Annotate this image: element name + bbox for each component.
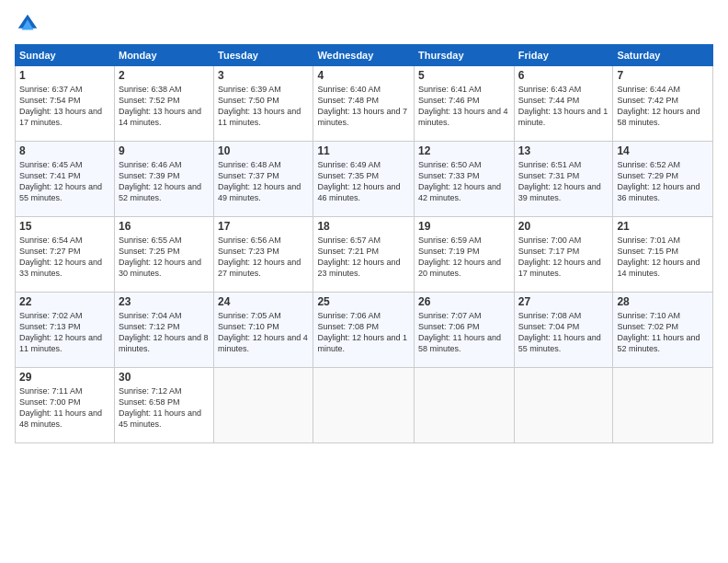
day-number: 4 <box>317 69 410 82</box>
calendar-cell: 5 Sunrise: 6:41 AMSunset: 7:46 PMDayligh… <box>415 66 515 142</box>
page: SundayMondayTuesdayWednesdayThursdayFrid… <box>0 0 728 563</box>
day-info: Sunrise: 6:45 AMSunset: 7:41 PMDaylight:… <box>19 159 110 204</box>
day-info: Sunrise: 7:07 AMSunset: 7:06 PMDaylight:… <box>418 310 510 355</box>
day-number: 16 <box>119 220 210 233</box>
day-info: Sunrise: 6:55 AMSunset: 7:25 PMDaylight:… <box>119 235 210 280</box>
calendar-cell: 12 Sunrise: 6:50 AMSunset: 7:33 PMDaylig… <box>415 142 515 217</box>
day-number: 2 <box>119 69 210 82</box>
day-number: 6 <box>518 69 609 82</box>
weekday-header-tuesday: Tuesday <box>214 45 313 66</box>
day-info: Sunrise: 6:43 AMSunset: 7:44 PMDaylight:… <box>518 84 609 129</box>
day-info: Sunrise: 6:39 AMSunset: 7:50 PMDaylight:… <box>218 84 309 129</box>
calendar-cell: 11 Sunrise: 6:49 AMSunset: 7:35 PMDaylig… <box>313 142 415 217</box>
day-number: 30 <box>119 371 210 384</box>
day-info: Sunrise: 6:56 AMSunset: 7:23 PMDaylight:… <box>218 235 309 280</box>
day-number: 3 <box>218 69 309 82</box>
day-number: 20 <box>518 220 609 233</box>
calendar-cell: 6 Sunrise: 6:43 AMSunset: 7:44 PMDayligh… <box>514 66 613 142</box>
weekday-header-wednesday: Wednesday <box>313 45 415 66</box>
calendar-cell <box>313 368 415 443</box>
calendar-cell: 16 Sunrise: 6:55 AMSunset: 7:25 PMDaylig… <box>114 217 213 293</box>
weekday-header-monday: Monday <box>114 45 213 66</box>
header <box>15 11 713 37</box>
day-info: Sunrise: 6:46 AMSunset: 7:39 PMDaylight:… <box>119 159 210 204</box>
calendar-cell: 21 Sunrise: 7:01 AMSunset: 7:15 PMDaylig… <box>613 217 713 293</box>
day-number: 7 <box>617 69 709 82</box>
day-info: Sunrise: 7:01 AMSunset: 7:15 PMDaylight:… <box>617 235 709 280</box>
calendar-cell: 22 Sunrise: 7:02 AMSunset: 7:13 PMDaylig… <box>16 293 115 368</box>
calendar-cell <box>613 368 713 443</box>
day-number: 1 <box>19 69 110 82</box>
day-number: 12 <box>418 144 510 157</box>
day-info: Sunrise: 6:37 AMSunset: 7:54 PMDaylight:… <box>19 84 110 129</box>
day-number: 17 <box>218 220 309 233</box>
calendar-cell: 24 Sunrise: 7:05 AMSunset: 7:10 PMDaylig… <box>214 293 313 368</box>
day-number: 28 <box>617 295 709 308</box>
calendar-cell: 10 Sunrise: 6:48 AMSunset: 7:37 PMDaylig… <box>214 142 313 217</box>
day-info: Sunrise: 7:05 AMSunset: 7:10 PMDaylight:… <box>218 310 309 355</box>
weekday-header-saturday: Saturday <box>613 45 713 66</box>
day-number: 24 <box>218 295 309 308</box>
calendar-cell: 7 Sunrise: 6:44 AMSunset: 7:42 PMDayligh… <box>613 66 713 142</box>
calendar-cell <box>214 368 313 443</box>
day-info: Sunrise: 6:48 AMSunset: 7:37 PMDaylight:… <box>218 159 309 204</box>
day-info: Sunrise: 7:00 AMSunset: 7:17 PMDaylight:… <box>518 235 609 280</box>
day-info: Sunrise: 6:41 AMSunset: 7:46 PMDaylight:… <box>418 84 510 129</box>
day-info: Sunrise: 7:08 AMSunset: 7:04 PMDaylight:… <box>518 310 609 355</box>
calendar-cell: 19 Sunrise: 6:59 AMSunset: 7:19 PMDaylig… <box>415 217 515 293</box>
calendar-cell: 30 Sunrise: 7:12 AMSunset: 6:58 PMDaylig… <box>114 368 213 443</box>
logo-icon <box>15 11 40 37</box>
calendar-cell: 26 Sunrise: 7:07 AMSunset: 7:06 PMDaylig… <box>415 293 515 368</box>
calendar-cell: 27 Sunrise: 7:08 AMSunset: 7:04 PMDaylig… <box>514 293 613 368</box>
day-info: Sunrise: 6:52 AMSunset: 7:29 PMDaylight:… <box>617 159 709 204</box>
day-number: 19 <box>418 220 510 233</box>
day-info: Sunrise: 6:38 AMSunset: 7:52 PMDaylight:… <box>119 84 210 129</box>
day-info: Sunrise: 7:11 AMSunset: 7:00 PMDaylight:… <box>19 385 110 431</box>
calendar-cell: 20 Sunrise: 7:00 AMSunset: 7:17 PMDaylig… <box>514 217 613 293</box>
day-info: Sunrise: 6:40 AMSunset: 7:48 PMDaylight:… <box>317 84 410 129</box>
day-info: Sunrise: 6:59 AMSunset: 7:19 PMDaylight:… <box>418 235 510 280</box>
day-number: 8 <box>19 144 110 157</box>
day-info: Sunrise: 6:50 AMSunset: 7:33 PMDaylight:… <box>418 159 510 204</box>
day-number: 21 <box>617 220 709 233</box>
day-info: Sunrise: 7:04 AMSunset: 7:12 PMDaylight:… <box>119 310 210 355</box>
day-number: 25 <box>317 295 410 308</box>
calendar-cell: 8 Sunrise: 6:45 AMSunset: 7:41 PMDayligh… <box>16 142 115 217</box>
calendar-cell: 9 Sunrise: 6:46 AMSunset: 7:39 PMDayligh… <box>114 142 213 217</box>
day-number: 13 <box>518 144 609 157</box>
calendar-cell: 29 Sunrise: 7:11 AMSunset: 7:00 PMDaylig… <box>16 368 115 443</box>
day-number: 22 <box>19 295 110 308</box>
day-info: Sunrise: 7:02 AMSunset: 7:13 PMDaylight:… <box>19 310 110 355</box>
calendar-cell: 4 Sunrise: 6:40 AMSunset: 7:48 PMDayligh… <box>313 66 415 142</box>
day-number: 9 <box>119 144 210 157</box>
day-number: 29 <box>19 371 110 384</box>
weekday-header-sunday: Sunday <box>16 45 115 66</box>
calendar-cell: 25 Sunrise: 7:06 AMSunset: 7:08 PMDaylig… <box>313 293 415 368</box>
calendar-cell: 14 Sunrise: 6:52 AMSunset: 7:29 PMDaylig… <box>613 142 713 217</box>
calendar-cell: 3 Sunrise: 6:39 AMSunset: 7:50 PMDayligh… <box>214 66 313 142</box>
calendar-cell <box>514 368 613 443</box>
day-number: 14 <box>617 144 709 157</box>
logo <box>15 11 44 37</box>
calendar-cell <box>415 368 515 443</box>
calendar-cell: 15 Sunrise: 6:54 AMSunset: 7:27 PMDaylig… <box>16 217 115 293</box>
calendar-cell: 28 Sunrise: 7:10 AMSunset: 7:02 PMDaylig… <box>613 293 713 368</box>
day-info: Sunrise: 6:51 AMSunset: 7:31 PMDaylight:… <box>518 159 609 204</box>
day-info: Sunrise: 6:54 AMSunset: 7:27 PMDaylight:… <box>19 235 110 280</box>
calendar-cell: 17 Sunrise: 6:56 AMSunset: 7:23 PMDaylig… <box>214 217 313 293</box>
day-number: 5 <box>418 69 510 82</box>
day-info: Sunrise: 6:57 AMSunset: 7:21 PMDaylight:… <box>317 235 410 280</box>
day-number: 15 <box>19 220 110 233</box>
day-info: Sunrise: 6:44 AMSunset: 7:42 PMDaylight:… <box>617 84 709 129</box>
calendar-cell: 23 Sunrise: 7:04 AMSunset: 7:12 PMDaylig… <box>114 293 213 368</box>
day-info: Sunrise: 7:12 AMSunset: 6:58 PMDaylight:… <box>119 385 210 431</box>
calendar-cell: 1 Sunrise: 6:37 AMSunset: 7:54 PMDayligh… <box>16 66 115 142</box>
day-number: 23 <box>119 295 210 308</box>
calendar: SundayMondayTuesdayWednesdayThursdayFrid… <box>15 44 713 443</box>
day-number: 10 <box>218 144 309 157</box>
calendar-cell: 13 Sunrise: 6:51 AMSunset: 7:31 PMDaylig… <box>514 142 613 217</box>
day-number: 11 <box>317 144 410 157</box>
day-number: 26 <box>418 295 510 308</box>
day-number: 18 <box>317 220 410 233</box>
day-info: Sunrise: 7:10 AMSunset: 7:02 PMDaylight:… <box>617 310 709 355</box>
